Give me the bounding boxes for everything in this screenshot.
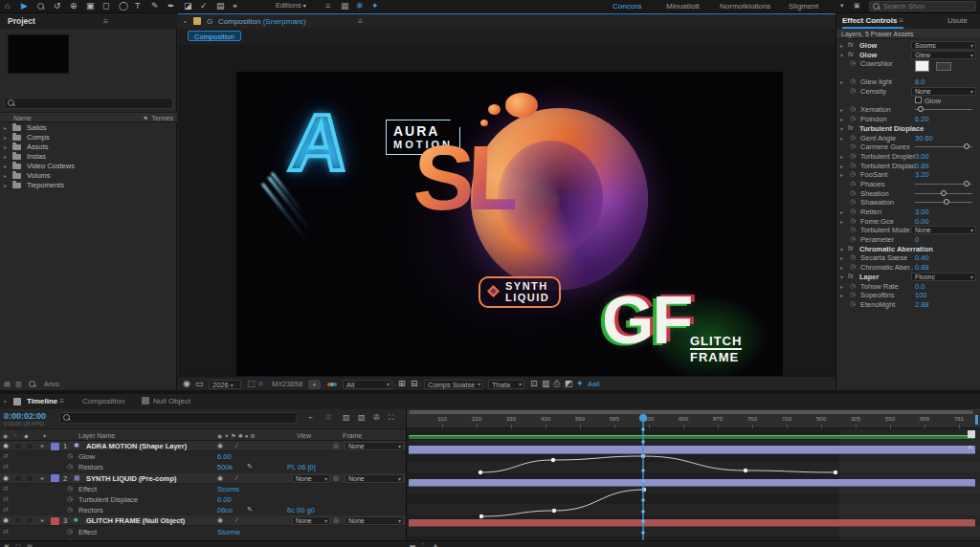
twirl-icon[interactable]: ▸ [840,171,843,178]
composition-flowchart-icon[interactable]: ⌁ [308,413,313,422]
rotobrush-tool-icon[interactable]: ✓ [200,1,208,11]
split-view-icon[interactable]: ⊟ [411,380,418,388]
twirl-icon[interactable]: ▸ [840,218,843,225]
column-view[interactable]: View [297,432,311,439]
property-name[interactable]: Torbulent Mode [860,226,910,234]
column-layer-name[interactable]: Layer Name [78,432,115,439]
stopwatch-icon[interactable]: ◷ [850,142,856,150]
property-dropdown[interactable]: Sooms▾ [911,41,976,50]
property-value[interactable]: 0 [915,235,919,244]
quality-icon[interactable]: ∕ [236,516,237,523]
property-name[interactable]: Fome:Gce [860,217,894,226]
timeline-prop-turbulent-displace[interactable]: ⇄◷Turbulent Displace0.00 [0,494,406,505]
timeline-prop-effect[interactable]: ⇄◷EffectScoms [0,484,406,494]
take-snapshot-button[interactable]: + [308,380,321,389]
twirl-icon[interactable]: ▾ [840,274,843,280]
property-name[interactable]: Glow [78,452,95,461]
exposure-icon[interactable]: ◩ [565,380,573,388]
keyframe-nav-icon[interactable]: ⇄ [3,495,9,503]
property-name[interactable]: Torbulent Displac [860,162,916,170]
twirl-icon[interactable]: ▸ [840,42,843,49]
property-value[interactable]: 3.20 [915,170,929,179]
rotate-tool-icon[interactable]: ↺ [54,1,61,11]
slider-knob[interactable] [918,106,924,112]
composition-tab-title[interactable]: Composition [218,17,260,26]
project-search[interactable] [4,98,173,109]
property-dropdown[interactable]: None▾ [911,226,976,234]
stopwatch-icon[interactable]: ◷ [67,495,73,503]
column-name[interactable]: Name [13,115,32,121]
twirl-icon[interactable]: ▸ [840,292,843,298]
stopwatch-icon[interactable]: ◷ [850,105,856,113]
expression-pen-icon[interactable]: ✎ [247,463,253,470]
timeline-graph-area[interactable]: 1102203304305905855006608757607205003055… [406,409,980,540]
align-icon[interactable]: ≡ [325,1,330,11]
parent-dropdown[interactable]: None▾ [345,516,404,525]
property-value[interactable]: 06co [217,506,233,514]
toggle-box[interactable] [14,475,22,482]
pan-tool-icon[interactable]: ⊕ [70,1,78,11]
pen-tool-icon[interactable]: ✎ [151,1,159,11]
property-value[interactable]: 0.00 [217,495,232,504]
twirl-icon[interactable]: ▸ [4,133,7,142]
twirl-icon[interactable]: ▾ [840,125,843,132]
stopwatch-icon[interactable]: ◷ [850,134,856,142]
shy-icon[interactable]: ◉ [217,442,223,449]
property-name[interactable]: EtenoMght [860,300,895,309]
twirl-icon[interactable]: ▸ [4,181,7,190]
shape-tool-icon[interactable]: ▣ [86,1,95,11]
expand-layers-icon[interactable]: ▣ [4,542,10,547]
tab-timeline[interactable]: Timeline ≡ [27,397,64,405]
parent-dropdown[interactable]: None▾ [345,442,404,450]
quality-icon[interactable]: ∕ [236,474,237,481]
project-folder-salids[interactable]: ▸Salids [0,123,177,133]
twirl-icon[interactable]: ▸ [840,78,843,85]
panel-menu-icon[interactable]: ≡ [103,16,108,26]
property-value[interactable]: 0.89 [915,162,929,170]
property-value[interactable]: 0.88 [915,263,929,272]
search-input[interactable] [883,2,969,11]
eye-icon[interactable]: ◉ [3,474,9,482]
property-dropdown[interactable]: Glew▾ [911,51,976,59]
property-name[interactable]: Turbulent Displace [78,495,138,504]
column-frame[interactable]: Frame [343,432,362,439]
resolution-dropdown[interactable]: Thata ▾ [488,380,524,389]
keyframe-graph[interactable] [407,409,980,540]
twirl-icon[interactable]: ▾ [840,246,843,252]
effect-name[interactable]: Glow [859,41,877,50]
property-value[interactable]: Storme [217,528,240,536]
twirl-icon[interactable]: ▸ [4,162,7,171]
property-name[interactable]: Poindon [860,115,887,123]
stopwatch-icon[interactable]: ◷ [850,59,856,67]
transparency-grid-icon[interactable]: ▥ [542,380,550,388]
frame-blend-icon[interactable]: ▨ [343,413,350,422]
parent-dropdown[interactable]: None▾ [345,474,404,483]
property-name[interactable]: Xemation [860,105,891,114]
stopwatch-icon[interactable]: ◷ [850,87,856,95]
parent-pickwhip-icon[interactable]: ◎ [333,442,339,449]
property-name[interactable]: Effect [78,485,97,493]
twirl-icon[interactable]: ▸ [840,254,843,261]
panel-menu-icon[interactable]: ≡ [358,17,363,26]
stopwatch-icon[interactable]: ◷ [67,528,73,536]
property-value[interactable]: 500k [217,463,233,471]
expand-inout-icon[interactable]: ▤ [27,542,33,547]
scissors-icon[interactable]: ✂ [968,444,973,450]
property-dropdown[interactable]: Floonc▾ [911,273,976,281]
stopwatch-icon[interactable]: ◷ [850,162,856,169]
workspace-panel-icon[interactable]: ▣ [854,2,860,10]
property-value[interactable]: 0.00 [915,217,929,226]
layer-name[interactable]: GLITCH FRAME (Null Object) [86,516,185,525]
project-folder-video-costews[interactable]: ▸Video Costews [0,162,177,171]
slider-knob[interactable] [964,181,969,186]
pixel-aspect-icon[interactable]: ✦ [576,380,584,388]
twirl-icon[interactable]: ▸ [840,116,843,122]
project-folder-assots[interactable]: ▸Assots [0,142,177,152]
property-value[interactable]: Scoms [217,485,239,493]
expand-modes-icon[interactable]: ▢ [15,542,21,547]
timeline-search[interactable] [59,412,297,424]
zoom-in-icon[interactable]: ▲ [433,542,438,547]
timeline-prop-glow[interactable]: ⇄◷Glow6.00 [0,451,406,462]
timeline-layer-2[interactable]: ◉▸2▦SYNTH LIQUID (Pre-comp)◉∕None▾◎None▾ [0,473,406,484]
property-value[interactable]: 100 [915,291,927,299]
